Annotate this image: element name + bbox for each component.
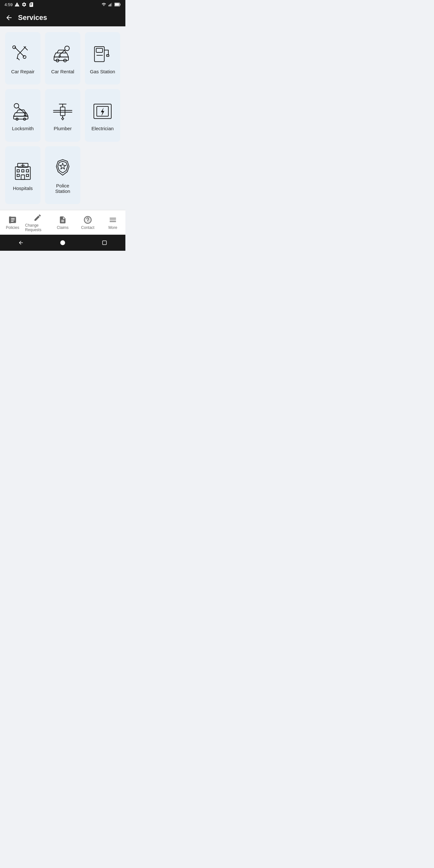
- svg-rect-25: [107, 55, 109, 56]
- svg-marker-52: [60, 163, 66, 169]
- service-card-plumber[interactable]: Plumber: [45, 89, 81, 142]
- gas-station-icon: [91, 44, 114, 64]
- battery-icon: [115, 3, 121, 6]
- status-time: 4:59: [4, 2, 12, 7]
- svg-rect-6: [115, 3, 119, 6]
- nav-item-more[interactable]: More: [100, 216, 125, 230]
- svg-rect-3: [111, 3, 112, 6]
- locksmith-icon: [11, 101, 34, 121]
- service-card-electrician[interactable]: Electrician: [85, 89, 120, 142]
- hospitals-label: Hospitals: [13, 186, 33, 191]
- electrician-label: Electrician: [91, 126, 114, 131]
- car-rental-label: Car Rental: [51, 69, 74, 74]
- svg-rect-2: [110, 3, 111, 6]
- bottom-nav: Policies Change Requests Claims Contact …: [0, 210, 125, 235]
- svg-point-10: [23, 56, 26, 59]
- android-recents-icon: [101, 240, 107, 246]
- status-bar: 4:59: [0, 0, 125, 9]
- nav-item-claims[interactable]: Claims: [50, 216, 75, 230]
- android-back-button[interactable]: [16, 238, 26, 248]
- electrician-icon: [91, 101, 114, 121]
- back-button[interactable]: [5, 14, 13, 22]
- svg-rect-0: [108, 5, 109, 6]
- services-grid: Car Repair Car Rental: [0, 26, 125, 210]
- svg-rect-37: [60, 107, 65, 116]
- svg-rect-50: [26, 174, 29, 177]
- nav-item-policies[interactable]: Policies: [0, 216, 25, 230]
- plumber-label: Plumber: [54, 126, 72, 131]
- claims-label: Claims: [57, 225, 69, 230]
- android-recents-button[interactable]: [100, 238, 109, 248]
- policies-label: Policies: [6, 225, 19, 230]
- gas-station-label: Gas Station: [90, 69, 115, 74]
- plumber-icon: [51, 101, 74, 121]
- svg-line-7: [15, 47, 22, 55]
- android-back-icon: [18, 240, 24, 246]
- service-card-gas-station[interactable]: Gas Station: [85, 32, 120, 85]
- android-home-button[interactable]: [58, 238, 67, 248]
- svg-rect-5: [120, 4, 121, 5]
- svg-rect-42: [16, 167, 31, 180]
- back-arrow-icon: [5, 14, 13, 22]
- service-card-police-station[interactable]: Police Station: [45, 146, 81, 204]
- hospitals-icon: [11, 160, 34, 180]
- svg-rect-51: [21, 175, 25, 179]
- nav-item-contact[interactable]: Contact: [75, 216, 100, 230]
- sim-icon: [29, 2, 34, 7]
- claims-icon: [59, 216, 67, 224]
- alert-icon: [14, 2, 20, 7]
- svg-rect-1: [110, 4, 110, 6]
- police-station-icon: [51, 158, 74, 178]
- wifi-icon: [101, 2, 107, 7]
- svg-rect-55: [102, 241, 106, 245]
- policies-icon: [8, 216, 17, 224]
- contact-label: Contact: [81, 225, 94, 230]
- service-card-hospitals[interactable]: Hospitals: [5, 146, 40, 204]
- car-repair-icon: [11, 44, 34, 64]
- car-repair-label: Car Repair: [11, 69, 35, 74]
- nav-item-change-requests[interactable]: Change Requests: [25, 214, 50, 232]
- svg-rect-49: [17, 174, 19, 177]
- app-bar: Services: [0, 9, 125, 26]
- signal-icon: [108, 2, 113, 7]
- svg-rect-24: [96, 49, 102, 53]
- change-requests-label: Change Requests: [25, 223, 50, 232]
- service-card-locksmith[interactable]: Locksmith: [5, 89, 40, 142]
- svg-rect-46: [17, 170, 19, 172]
- more-icon: [108, 216, 117, 224]
- service-card-car-rental[interactable]: Car Rental: [45, 32, 81, 85]
- android-nav-bar: [0, 235, 125, 251]
- android-home-icon: [60, 240, 66, 246]
- service-card-car-repair[interactable]: Car Repair: [5, 32, 40, 85]
- more-label: More: [108, 225, 117, 230]
- svg-line-14: [18, 58, 19, 60]
- settings-icon: [22, 2, 27, 7]
- police-station-label: Police Station: [48, 183, 77, 194]
- change-requests-icon: [33, 214, 42, 222]
- contact-icon: [84, 216, 92, 224]
- svg-point-15: [65, 46, 69, 51]
- page-title: Services: [18, 13, 47, 22]
- svg-rect-47: [22, 170, 24, 172]
- svg-rect-48: [26, 170, 29, 172]
- svg-point-54: [60, 241, 65, 245]
- car-rental-icon: [51, 44, 74, 64]
- locksmith-label: Locksmith: [12, 126, 34, 131]
